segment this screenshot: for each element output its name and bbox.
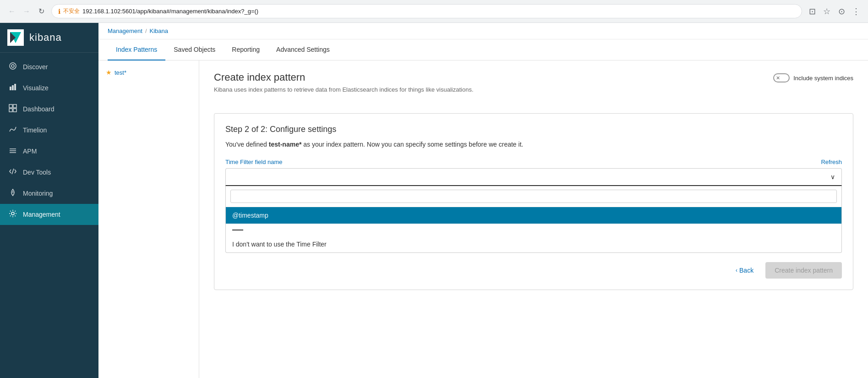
divider-line bbox=[232, 230, 243, 230]
step-description: You've defined test-name* as your index … bbox=[225, 140, 842, 149]
sidebar-item-monitoring[interactable]: Monitoring bbox=[0, 183, 98, 204]
bookmark-button[interactable]: ☆ bbox=[820, 5, 833, 18]
sidebar-item-management[interactable]: Management bbox=[0, 204, 98, 225]
create-index-pattern-button[interactable]: Create index pattern bbox=[765, 262, 842, 279]
tab-saved-objects[interactable]: Saved Objects bbox=[165, 39, 224, 60]
step-desc-pattern: test-name* bbox=[269, 141, 302, 148]
field-header-row: Time Filter field name Refresh bbox=[225, 159, 842, 165]
back-button-label: Back bbox=[739, 267, 753, 274]
browser-chrome: ← → ↻ ℹ 不安全 192.168.1.102:5601/app/kiban… bbox=[0, 0, 868, 23]
chevron-down-icon: ∨ bbox=[830, 173, 835, 181]
svg-rect-5 bbox=[14, 84, 16, 90]
dropdown-trigger[interactable]: ∨ bbox=[225, 168, 842, 186]
index-patterns-list: ★ test* bbox=[98, 60, 199, 378]
sidebar-logo: kibana bbox=[0, 23, 98, 53]
time-filter-label: Time Filter field name bbox=[225, 159, 283, 165]
dropdown-option-timestamp[interactable]: @timestamp bbox=[226, 207, 841, 224]
management-icon bbox=[8, 209, 17, 219]
devtools-icon bbox=[8, 167, 17, 177]
svg-point-1 bbox=[10, 63, 16, 69]
step-actions: ‹ Back Create index pattern bbox=[225, 262, 842, 279]
url-text: 192.168.1.102:5601/app/kibana#/managemen… bbox=[82, 8, 258, 15]
page-subtitle: Kibana uses index patterns to retrieve d… bbox=[214, 86, 474, 93]
discover-icon bbox=[8, 62, 17, 72]
kibana-logo-icon bbox=[7, 29, 24, 46]
tab-advanced-settings[interactable]: Advanced Settings bbox=[268, 39, 338, 60]
sidebar-item-dashboard-label: Dashboard bbox=[23, 105, 55, 113]
svg-rect-4 bbox=[12, 85, 14, 90]
app-container: kibana Discover Visualize Dashboard bbox=[0, 23, 868, 378]
back-button[interactable]: ‹ Back bbox=[729, 263, 760, 278]
sidebar-item-visualize[interactable]: Visualize bbox=[0, 77, 98, 99]
svg-rect-8 bbox=[9, 109, 12, 112]
dashboard-icon bbox=[8, 104, 17, 114]
breadcrumb-management[interactable]: Management bbox=[108, 27, 142, 34]
visualize-icon bbox=[8, 83, 17, 93]
sidebar: kibana Discover Visualize Dashboard bbox=[0, 23, 98, 378]
sidebar-item-devtools-label: Dev Tools bbox=[23, 169, 51, 176]
sidebar-nav: Discover Visualize Dashboard Timelion bbox=[0, 53, 98, 378]
dropdown-search-input[interactable] bbox=[230, 190, 837, 203]
reload-button[interactable]: ↻ bbox=[35, 5, 48, 18]
sidebar-item-timelion[interactable]: Timelion bbox=[0, 120, 98, 141]
monitoring-icon bbox=[8, 188, 17, 198]
tab-reporting[interactable]: Reporting bbox=[224, 39, 268, 60]
breadcrumb-sep1: / bbox=[145, 27, 147, 34]
dropdown-divider bbox=[226, 224, 841, 236]
step-title: Step 2 of 2: Configure settings bbox=[225, 125, 842, 134]
address-bar[interactable]: ℹ 不安全 192.168.1.102:5601/app/kibana#/man… bbox=[51, 4, 802, 18]
sidebar-item-apm[interactable]: APM bbox=[0, 141, 98, 162]
svg-point-2 bbox=[11, 65, 14, 67]
list-item-label: test* bbox=[115, 69, 126, 76]
breadcrumb-kibana[interactable]: Kibana bbox=[150, 27, 168, 34]
security-label: 不安全 bbox=[63, 7, 80, 15]
content-area: ★ test* Create index pattern Kibana uses… bbox=[98, 60, 868, 378]
apm-icon bbox=[8, 146, 17, 156]
svg-rect-9 bbox=[13, 109, 16, 112]
step-desc-prefix: You've defined bbox=[225, 141, 269, 148]
browser-actions: ⊡ ☆ ⊙ ⋮ bbox=[806, 5, 863, 18]
list-item-test[interactable]: ★ test* bbox=[98, 65, 199, 80]
tab-index-patterns[interactable]: Index Patterns bbox=[108, 39, 165, 60]
svg-rect-7 bbox=[13, 104, 16, 108]
sidebar-item-discover[interactable]: Discover bbox=[0, 56, 98, 77]
timelion-icon bbox=[8, 125, 17, 135]
sidebar-item-apm-label: APM bbox=[23, 148, 37, 155]
sidebar-item-management-label: Management bbox=[23, 211, 60, 218]
main-panel: Create index pattern Kibana uses index p… bbox=[199, 60, 868, 378]
main-content: Management / Kibana Index Patterns Saved… bbox=[98, 23, 868, 378]
account-button[interactable]: ⊙ bbox=[835, 5, 848, 18]
step-card: Step 2 of 2: Configure settings You've d… bbox=[214, 113, 853, 290]
sidebar-item-devtools[interactable]: Dev Tools bbox=[0, 162, 98, 183]
step-desc-suffix: as your index pattern. Now you can speci… bbox=[301, 141, 523, 148]
include-system-toggle[interactable]: ✕ bbox=[773, 73, 790, 82]
time-filter-dropdown: ∨ @timestamp I don't want to use the Tim… bbox=[225, 168, 842, 253]
svg-rect-3 bbox=[10, 87, 11, 90]
sidebar-item-monitoring-label: Monitoring bbox=[23, 190, 53, 197]
tab-navigation: Index Patterns Saved Objects Reporting A… bbox=[98, 39, 868, 60]
forward-nav-button[interactable]: → bbox=[20, 5, 33, 18]
chevron-left-icon: ‹ bbox=[736, 267, 737, 274]
sidebar-item-dashboard[interactable]: Dashboard bbox=[0, 99, 98, 120]
menu-button[interactable]: ⋮ bbox=[850, 5, 863, 18]
svg-point-15 bbox=[11, 212, 14, 215]
refresh-link[interactable]: Refresh bbox=[821, 159, 842, 165]
dropdown-search bbox=[226, 186, 841, 207]
sidebar-item-visualize-label: Visualize bbox=[23, 84, 49, 92]
include-system-label: Include system indices bbox=[793, 75, 853, 82]
security-icon: ℹ bbox=[58, 8, 60, 15]
svg-line-13 bbox=[12, 169, 14, 174]
kibana-logo-text: kibana bbox=[29, 32, 62, 44]
back-nav-button[interactable]: ← bbox=[5, 5, 18, 18]
translate-button[interactable]: ⊡ bbox=[806, 5, 819, 18]
breadcrumb: Management / Kibana bbox=[98, 23, 868, 39]
nav-buttons: ← → ↻ bbox=[5, 5, 48, 18]
sidebar-item-discover-label: Discover bbox=[23, 63, 48, 71]
svg-rect-6 bbox=[9, 104, 12, 108]
dropdown-option-no-time[interactable]: I don't want to use the Time Filter bbox=[226, 236, 841, 252]
sidebar-item-timelion-label: Timelion bbox=[23, 126, 47, 134]
star-icon: ★ bbox=[106, 69, 112, 76]
page-title: Create index pattern bbox=[214, 71, 474, 83]
dropdown-menu: @timestamp I don't want to use the Time … bbox=[225, 186, 842, 253]
